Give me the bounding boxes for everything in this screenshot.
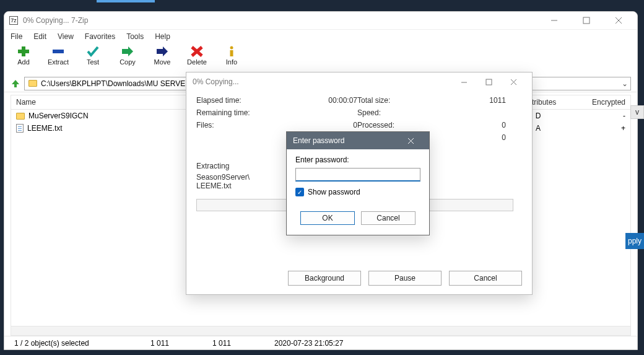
files-value: 0 [283,121,357,129]
horizontal-scrollbar[interactable] [11,326,631,336]
menu-view[interactable]: View [58,32,74,41]
background-tab-highlight [97,0,155,2]
file-enc: + [576,124,625,133]
check-icon [85,45,100,58]
total-value: 1011 [432,96,506,105]
minus-icon [51,45,66,58]
col-encrypted[interactable]: Encrypted [575,98,630,107]
app-icon: 7z [9,16,18,25]
x-icon [189,45,204,58]
checkbox-checked-icon: ✓ [295,188,304,196]
password-label: Enter password: [295,156,420,164]
speed-value [432,108,506,117]
elapsed-value: 00:00:07 [283,96,357,105]
tb-copy[interactable]: Copy [115,45,141,66]
copy-dialog-title: 0% Copying... [193,77,451,86]
copy-minimize-button[interactable] [451,72,476,91]
svg-marker-8 [157,46,168,56]
statusbar: 1 / 2 object(s) selected 1 011 1 011 202… [4,336,637,349]
background-apply-button[interactable]: pply [625,233,644,249]
speed-label: Speed: [357,108,432,117]
svg-rect-15 [486,79,492,85]
total-label: Total size: [357,96,432,105]
svg-rect-12 [230,50,233,56]
up-button[interactable] [11,79,20,88]
menubar: File Edit View Favorites Tools Help [4,29,637,43]
arrow-move-icon [155,45,170,58]
svg-rect-1 [583,17,590,24]
toolbar: Add Extract Test Copy Move Delete Info [4,43,637,75]
arrow-right-icon [120,45,135,58]
remaining-label: Remaining time: [196,108,283,117]
show-password-label: Show password [308,188,360,196]
pause-button[interactable]: Pause [368,271,442,286]
background-button[interactable]: Background [288,271,361,286]
password-dialog: Enter password Enter password: ✓ Show pa… [286,131,430,235]
cancel-button[interactable]: Cancel [449,271,522,286]
tb-add[interactable]: Add [11,45,37,66]
minimize-button[interactable] [541,12,568,29]
svg-marker-7 [122,46,133,56]
status-date: 2020-07-23 21:05:27 [268,339,392,348]
path-text: C:\Users\BKPLHPT\Downloads\MU SERVER\ [41,79,193,88]
close-button[interactable] [605,12,632,29]
background-letter: v [630,105,644,119]
chevron-down-icon[interactable]: ⌄ [622,79,628,88]
tb-test[interactable]: Test [80,45,106,66]
processed-value: 0 [432,121,506,129]
status-selection: 1 / 2 object(s) selected [8,339,144,348]
copy-dialog-titlebar[interactable]: 0% Copying... [186,72,532,91]
folder-icon [28,80,37,87]
files-label: Files: [196,121,283,129]
file-icon [16,124,24,133]
processed-label: Processed: [357,121,432,129]
status-size2: 1 011 [206,339,268,348]
tb-info[interactable]: Info [219,45,245,66]
menu-file[interactable]: File [11,32,22,41]
password-close-button[interactable] [398,131,423,150]
status-size1: 1 011 [144,339,206,348]
tb-move[interactable]: Move [149,45,175,66]
tb-delete[interactable]: Delete [184,45,210,66]
tb-extract[interactable]: Extract [45,45,71,66]
show-password-checkbox[interactable]: ✓ Show password [295,188,420,196]
folder-icon [16,113,25,120]
plus-icon [16,45,31,58]
ok-button[interactable]: OK [300,211,355,225]
menu-favorites[interactable]: Favorites [85,32,115,41]
menu-edit[interactable]: Edit [33,32,46,41]
menu-tools[interactable]: Tools [126,32,144,41]
copy-maximize-button[interactable] [476,72,501,91]
cancel-button[interactable]: Cancel [361,211,416,225]
copy-close-button[interactable] [501,72,526,91]
maximize-button[interactable] [573,12,600,29]
elapsed-label: Elapsed time: [196,96,283,105]
titlebar[interactable]: 7z 0% Copying... 7-Zip [4,12,637,29]
menu-help[interactable]: Help [155,32,170,41]
svg-marker-13 [12,80,19,87]
password-input[interactable] [295,168,420,182]
password-dialog-title: Enter password [293,136,398,145]
password-dialog-titlebar[interactable]: Enter password [287,132,429,149]
processed-extra: 0 [432,133,506,142]
svg-point-11 [230,46,233,50]
remaining-value [283,108,357,117]
info-icon [224,45,239,58]
window-title: 0% Copying... 7-Zip [23,16,536,25]
file-enc: - [576,112,625,120]
